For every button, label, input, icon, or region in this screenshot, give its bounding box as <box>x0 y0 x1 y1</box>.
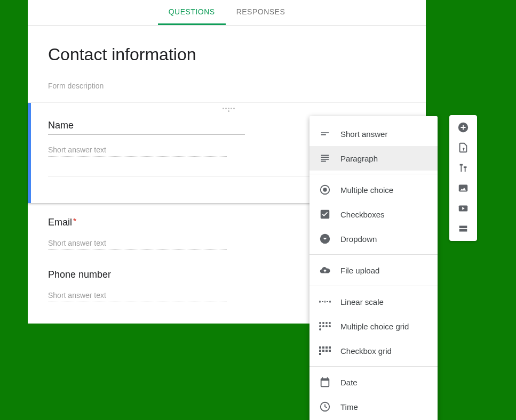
drag-handle-icon[interactable] <box>222 107 235 113</box>
menu-separator <box>309 366 438 367</box>
menu-item-paragraph[interactable]: Paragraph <box>309 146 438 171</box>
menu-item-multiple-choice-grid[interactable]: Multiple choice grid <box>309 314 438 338</box>
add-video-button[interactable] <box>457 203 469 214</box>
cloud-upload-icon <box>319 264 331 276</box>
linear-scale-icon <box>319 296 331 308</box>
dropdown-icon <box>319 233 331 245</box>
paragraph-icon <box>319 152 331 164</box>
form-description[interactable]: Form description <box>48 82 406 90</box>
menu-item-label: Multiple choice grid <box>340 322 409 331</box>
calendar-icon <box>319 376 331 388</box>
svg-rect-8 <box>459 226 467 229</box>
radio-icon <box>319 184 331 196</box>
menu-item-date[interactable]: Date <box>309 370 438 394</box>
checkbox-grid-icon <box>319 345 331 357</box>
short-answer-icon <box>319 128 331 140</box>
menu-item-label: Date <box>340 378 358 387</box>
menu-separator <box>309 286 438 286</box>
menu-item-label: Short answer <box>340 130 387 139</box>
menu-item-label: File upload <box>340 266 379 275</box>
svg-point-1 <box>323 188 327 191</box>
question-type-menu: Short answer Paragraph Multiple choice C… <box>309 116 438 420</box>
menu-item-file-upload[interactable]: File upload <box>309 258 438 282</box>
menu-item-checkboxes[interactable]: Checkboxes <box>309 202 438 227</box>
form-title[interactable]: Contact information <box>48 45 406 68</box>
menu-item-label: Dropdown <box>340 235 377 244</box>
tab-questions[interactable]: QUESTIONS <box>158 0 226 25</box>
menu-item-label: Linear scale <box>340 297 384 306</box>
clock-icon <box>319 401 331 413</box>
menu-item-short-answer[interactable]: Short answer <box>309 122 438 146</box>
tab-responses[interactable]: RESPONSES <box>226 0 296 25</box>
menu-item-dropdown[interactable]: Dropdown <box>309 227 438 251</box>
menu-separator <box>309 174 438 174</box>
menu-item-label: Checkboxes <box>340 210 385 219</box>
menu-item-label: Checkbox grid <box>340 346 392 356</box>
floating-toolbar <box>449 115 477 241</box>
question-title-input[interactable]: Name <box>48 114 245 135</box>
menu-item-label: Multiple choice <box>340 185 393 195</box>
checkbox-icon <box>319 208 331 220</box>
add-title-button[interactable] <box>457 162 469 174</box>
menu-item-checkbox-grid[interactable]: Checkbox grid <box>309 338 438 363</box>
form-header-card[interactable]: Contact information Form description <box>28 26 426 103</box>
menu-item-linear-scale[interactable]: Linear scale <box>309 289 438 314</box>
radio-grid-icon <box>319 320 331 332</box>
add-question-button[interactable] <box>457 122 469 133</box>
import-questions-button[interactable] <box>457 142 469 154</box>
add-section-button[interactable] <box>457 223 469 235</box>
menu-item-time[interactable]: Time <box>309 394 438 419</box>
required-indicator: * <box>73 217 76 226</box>
answer-preview: Short answer text <box>48 285 227 302</box>
menu-item-label: Time <box>340 402 358 411</box>
svg-rect-9 <box>459 229 467 232</box>
add-image-button[interactable] <box>457 182 469 194</box>
menu-item-label: Paragraph <box>340 154 378 163</box>
menu-separator <box>309 254 438 255</box>
tab-bar: QUESTIONS RESPONSES <box>28 0 426 26</box>
answer-preview: Short answer text <box>48 232 227 250</box>
menu-item-multiple-choice[interactable]: Multiple choice <box>309 177 438 202</box>
answer-preview: Short answer text <box>48 139 227 157</box>
